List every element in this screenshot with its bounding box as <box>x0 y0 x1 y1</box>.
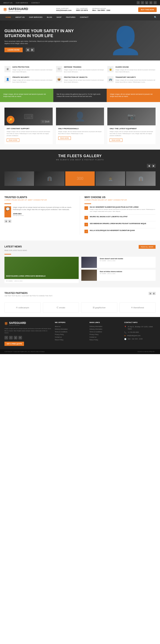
nav-about[interactable]: ABOUT US <box>13 14 27 20</box>
news-small-by-2: BY ADMIN <box>100 273 106 274</box>
client-next-button[interactable]: ▶ <box>8 220 11 223</box>
features-grid: 🔑 ⇧ Shift ⌨ 24/7 CONSTANT SUPPORT Intege… <box>4 108 156 144</box>
why-choose-divider <box>84 204 91 204</box>
hours-value: Mon - Sat 0900 - 1900 <box>92 9 110 11</box>
nav-services[interactable]: OUR SERVICES <box>27 14 45 20</box>
read-all-news-button[interactable]: READ ALL NEWS <box>139 245 156 249</box>
logo-shield-icon: ⛨ <box>3 7 7 12</box>
email-label: EMAIL SUPPORT <box>56 8 72 9</box>
phone-info: CALL SUPPORT 0800 123 9876 <box>76 8 88 11</box>
footer-main-links-title: MAIN LINKS <box>90 322 121 324</box>
google-icon[interactable]: g <box>145 1 148 4</box>
news-small-meta-1: BY ADMIN JAN 12, 2016 <box>100 260 154 262</box>
gallery-item-2[interactable]: 👔 <box>35 172 64 186</box>
gallery-item-1[interactable]: 👥 <box>4 172 34 186</box>
nav-contact[interactable]: CONTACT <box>78 14 91 20</box>
location-icon: 📍 <box>124 326 126 328</box>
footer-logo-subtitle: Security & Protection <box>9 324 26 326</box>
logo: ⛨ SAFEGUARD Security & Protection <box>3 7 28 12</box>
feature-equipment-readmore[interactable]: READ MORE <box>110 138 122 142</box>
buy-now-button[interactable]: BUY THIS NOW <box>138 7 157 12</box>
footer-main-link-0[interactable]: Delivery Information <box>90 326 121 327</box>
hero-prev-arrow[interactable]: ◀ <box>26 48 30 52</box>
topbar-about[interactable]: ABOUT US <box>3 2 12 4</box>
why-divider-1 <box>84 214 156 214</box>
footer-hours: 🕐 Mon - Sat: 9:00 - 19:00 <box>124 338 156 340</box>
hero-person-image: 👤 <box>109 20 142 60</box>
header: ⛨ SAFEGUARD Security & Protection EMAIL … <box>0 5 160 14</box>
footer-main-link-1[interactable]: Delivery Information <box>90 328 121 330</box>
footer-facebook-icon[interactable]: f <box>4 336 8 340</box>
footer-link-return[interactable]: Return Policy <box>55 339 86 340</box>
footer-link-delivery[interactable]: Delivery Information <box>55 328 86 330</box>
linkedin-icon[interactable]: in <box>149 1 152 4</box>
feature-247-readmore[interactable]: READ MORE <box>7 138 19 142</box>
nav-home[interactable]: HOME <box>3 14 13 20</box>
footer-main-link-4[interactable]: Contact us <box>90 336 121 338</box>
partners-navigation: ◀ ▶ <box>149 292 156 295</box>
topbar-contact[interactable]: CONTACT <box>31 2 40 4</box>
gallery-prev-button[interactable]: ◀ <box>147 164 151 168</box>
footer-linkedin-icon[interactable]: in <box>18 336 22 340</box>
footer-link-about[interactable]: About us <box>55 326 86 327</box>
footer-twitter-icon[interactable]: t <box>9 336 13 340</box>
footer-description: Integer congue elit non semper laoreet s… <box>4 328 52 334</box>
footer-quote-button[interactable]: GET A FREE QUOTE <box>4 342 24 346</box>
nav-blog[interactable]: BLOG <box>45 14 54 20</box>
feature-equipment-title: ONLY THE LATEST EQUIPMENT <box>110 128 153 130</box>
service-title-private: PRIVATE SECURITY <box>12 76 53 78</box>
nav-shop[interactable]: SHOP <box>54 14 64 20</box>
why-choose-column: WHY CHOOSE US LOREM IPSUM DOLOR SIT AMET… <box>80 196 156 235</box>
footer-link-terms[interactable]: Terms & Conditions <box>55 331 86 332</box>
footer-logo: ⛨ SAFEGUARD Security & Protection <box>4 322 52 326</box>
feature-professionals: 👤 ONLY PROFESSIONALS Integer congue, eli… <box>56 108 104 144</box>
gallery-title: THE FLEETS GALLERY <box>4 154 156 158</box>
footer-main-link-5[interactable]: Return Policy <box>90 339 121 340</box>
partner-codecanyon: ≋codecanyon <box>4 302 41 312</box>
gallery-item-5[interactable]: 👔 <box>126 172 156 186</box>
twitter-icon[interactable]: t <box>141 1 144 4</box>
why-text-1: Integer congue elit non semper laoreet s… <box>90 208 156 212</box>
gallery-section: THE FLEETS GALLERY WE ALWAYS USE BEST & … <box>0 150 160 190</box>
gallery-item-3[interactable]: 300 <box>65 172 95 186</box>
gallery-next-button[interactable]: ▶ <box>152 164 156 168</box>
feature-professionals-readmore[interactable]: READ MORE <box>58 136 71 140</box>
footer-google-icon[interactable]: g <box>14 336 17 340</box>
gallery-item-4[interactable]: 👨‍💼 <box>96 172 125 186</box>
partners-next-button[interactable]: ▶ <box>152 292 156 295</box>
footer-main-link-2[interactable]: Terms & Conditions <box>90 331 121 332</box>
partner-envato-text: ∈envato <box>56 306 65 309</box>
private-security-icon: 👤 <box>4 76 11 82</box>
why-icon-3: + <box>84 223 88 226</box>
nav-features[interactable]: FEATURES <box>64 14 78 20</box>
why-title-1: DUI AC HENDRERIT ELEMENTUM QUAM IPSUM AU… <box>90 206 156 208</box>
client-role: Managing Director <box>13 215 75 216</box>
news-small-title-2: Duis vel tellus viverra molcion <box>100 271 154 272</box>
trusted-clients-column: TRUSTED CLIENTS LOREM IPSUM DOLOR SIT AM… <box>4 196 80 235</box>
feature-247-text: Integer congue, elit non semper laoreet … <box>7 131 50 137</box>
phone-icon: 📞 <box>124 332 126 334</box>
topbar-service[interactable]: OUR SERVICE <box>16 2 28 4</box>
footer-link-privacy[interactable]: Privacy Policy <box>55 334 86 335</box>
hero-next-arrow[interactable]: ▶ <box>30 48 34 52</box>
main-nav: HOME ABOUT US OUR SERVICES BLOG SHOP FEA… <box>0 14 160 20</box>
service-title-transport: TRANSPORT SECURITY <box>115 76 156 78</box>
news-small-image-1 <box>81 257 97 268</box>
facebook-icon[interactable]: f <box>137 1 140 4</box>
why-content-4: NULLA SCELERISQUE DUI HENDRERIT ELEMENTU… <box>90 230 135 232</box>
partners-header: TRUSTED PARTNERS I AM TEST TEXT BLOCK. C… <box>4 292 156 300</box>
why-divider-3 <box>84 228 156 228</box>
services-section: 🖥 DATA PROTECTION Integer congue elit no… <box>0 60 160 89</box>
footer-link-contact[interactable]: Contact us <box>55 336 86 338</box>
service-info-transport: TRANSPORT SECURITY Integer congue elit n… <box>115 76 156 83</box>
client-quote: 💬 Integer congue elit non semper laoreet… <box>4 206 75 218</box>
footer-main-link-3[interactable]: Privacy Policy <box>90 334 121 335</box>
nav-search-icon[interactable]: 🔍 <box>154 16 157 18</box>
partners-prev-button[interactable]: ◀ <box>149 292 152 295</box>
rss-icon[interactable]: r <box>154 1 157 4</box>
hero-arrows: ◀ ▶ <box>26 48 34 52</box>
hero-learn-more-button[interactable]: LEARN MORE <box>4 48 23 52</box>
client-prev-button[interactable]: ◀ <box>4 220 8 223</box>
service-info-objects: PROTECTION OF OBJECTS Integer congue eli… <box>64 76 104 83</box>
partner-codecanyon-text: ≋codecanyon <box>16 306 29 309</box>
